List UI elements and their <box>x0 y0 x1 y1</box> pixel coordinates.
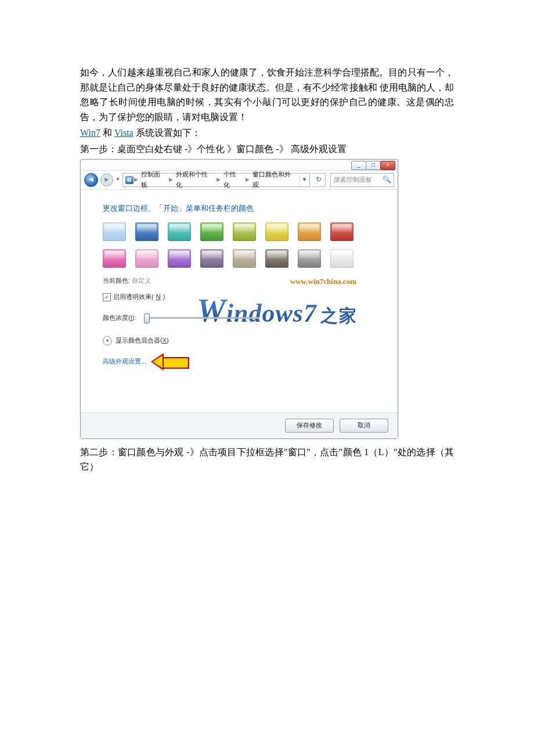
advanced-link-row: 高级外观设置... <box>103 355 380 368</box>
color-swatch[interactable] <box>135 249 158 268</box>
color-swatch[interactable] <box>103 222 126 241</box>
links-tail: 系统设置如下： <box>134 128 201 138</box>
breadcrumb-item-1[interactable]: 外观和个性化 <box>174 170 216 190</box>
breadcrumb-sep: ▶ <box>168 175 174 183</box>
close-button[interactable]: × <box>380 161 395 170</box>
mixer-row[interactable]: ▾ 显示颜色混合器(X) <box>103 336 380 346</box>
color-swatch[interactable] <box>168 222 191 241</box>
nav-history-dropdown[interactable]: ▼ <box>116 176 120 183</box>
nav-forward-button[interactable]: ► <box>100 174 113 186</box>
vista-link[interactable]: Vista <box>114 128 134 138</box>
mixer-label-post: ) <box>167 337 169 344</box>
breadcrumb-item-3[interactable]: 窗口颜色和外观 <box>250 170 299 190</box>
color-swatch[interactable] <box>200 249 223 268</box>
enable-transparency-row: ✓ 启用透明效果(N) <box>103 292 380 303</box>
step2-text: 第二步：窗口颜色与外观 -》点击项目下拉框选择"窗口"，点击"颜色 1（L）"处… <box>80 445 454 474</box>
highlight-arrow-icon <box>151 355 189 368</box>
search-input[interactable]: 搜索控制面板 🔍 <box>330 173 394 187</box>
nav-back-button[interactable]: ◄ <box>84 173 98 187</box>
intensity-row: 颜色浓度(I): <box>103 313 380 323</box>
transparency-label-post: ) <box>163 292 165 303</box>
swatch-row-2 <box>103 249 380 268</box>
button-bar: 保存修改 取消 <box>81 412 398 438</box>
maximize-button[interactable]: □ <box>366 161 381 170</box>
breadcrumb-item-2[interactable]: 个性化 <box>221 170 245 190</box>
links-line: Win7 和 Vista 系统设置如下： <box>80 125 454 141</box>
breadcrumb-sep: ▶ <box>245 175 250 183</box>
breadcrumb-sep: ▶ <box>216 175 221 183</box>
breadcrumb-icon: ▦ <box>125 176 134 184</box>
color-swatch[interactable] <box>103 249 126 268</box>
intro-paragraph: 如今，人们越来越重视自己和家人的健康了，饮食开始注意科学合理搭配。目的只有一个，… <box>80 65 454 124</box>
color-swatch[interactable] <box>200 222 223 241</box>
transparency-checkbox[interactable]: ✓ <box>103 293 111 301</box>
breadcrumb-item-0[interactable]: 控制面板 <box>139 170 168 190</box>
breadcrumb-dropdown[interactable]: ▼ <box>299 175 309 183</box>
color-swatch[interactable] <box>330 222 353 241</box>
color-swatch[interactable] <box>135 222 158 241</box>
color-swatch[interactable] <box>265 249 288 268</box>
transparency-accel: N <box>156 292 161 303</box>
color-swatch[interactable] <box>330 249 353 268</box>
win7-link[interactable]: Win7 <box>80 128 100 138</box>
swatch-row-1 <box>103 222 380 241</box>
current-color-row: 当前颜色: 自定义 <box>103 276 380 286</box>
slider-thumb[interactable] <box>144 314 150 323</box>
window-controls: _ □ × <box>352 161 395 170</box>
titlebar: _ □ × <box>81 160 398 171</box>
links-mid: 和 <box>100 128 114 138</box>
chevron-down-icon: ▾ <box>103 336 112 345</box>
step1-text: 第一步：桌面空白处右键 -》个性化 》窗口颜色 -》 高级外观设置 <box>80 142 454 157</box>
mixer-label-pre: 显示颜色混合器( <box>116 337 163 344</box>
refresh-button[interactable]: ↻ <box>312 173 326 187</box>
breadcrumb-sep: ▶ <box>134 175 139 183</box>
search-icon: 🔍 <box>383 174 391 185</box>
color-swatch[interactable] <box>233 249 256 268</box>
color-swatch[interactable] <box>265 222 288 241</box>
transparency-label-pre: 启用透明效果( <box>113 292 154 303</box>
save-button[interactable]: 保存修改 <box>285 419 334 433</box>
intensity-label-pre: 颜色浓度( <box>103 314 131 321</box>
intensity-label-post: : <box>134 314 136 321</box>
color-swatch[interactable] <box>298 222 321 241</box>
section-title: 更改窗口边框、「开始」菜单和任务栏的颜色 <box>103 203 380 215</box>
minimize-button[interactable]: _ <box>351 161 366 170</box>
intensity-accel: I <box>131 314 132 321</box>
advanced-appearance-link[interactable]: 高级外观设置... <box>103 357 146 367</box>
intensity-slider[interactable] <box>144 317 260 319</box>
color-swatch[interactable] <box>298 249 321 268</box>
screenshot-window: _ □ × ◄ ► ▼ ▦ ▶ 控制面板 ▶ 外观和个性化 ▶ 个性化 ▶ 窗口… <box>80 159 398 439</box>
search-placeholder: 搜索控制面板 <box>333 175 371 185</box>
nav-row: ◄ ► ▼ ▦ ▶ 控制面板 ▶ 外观和个性化 ▶ 个性化 ▶ 窗口颜色和外观 … <box>81 171 398 190</box>
mixer-accel: X <box>163 337 167 344</box>
color-swatch[interactable] <box>168 249 191 268</box>
cancel-button[interactable]: 取消 <box>340 419 388 433</box>
current-color-value: 自定义 <box>132 277 151 284</box>
breadcrumb-bar[interactable]: ▦ ▶ 控制面板 ▶ 外观和个性化 ▶ 个性化 ▶ 窗口颜色和外观 ▼ <box>122 173 310 187</box>
color-swatch[interactable] <box>233 222 256 241</box>
current-color-label: 当前颜色: <box>103 277 130 284</box>
